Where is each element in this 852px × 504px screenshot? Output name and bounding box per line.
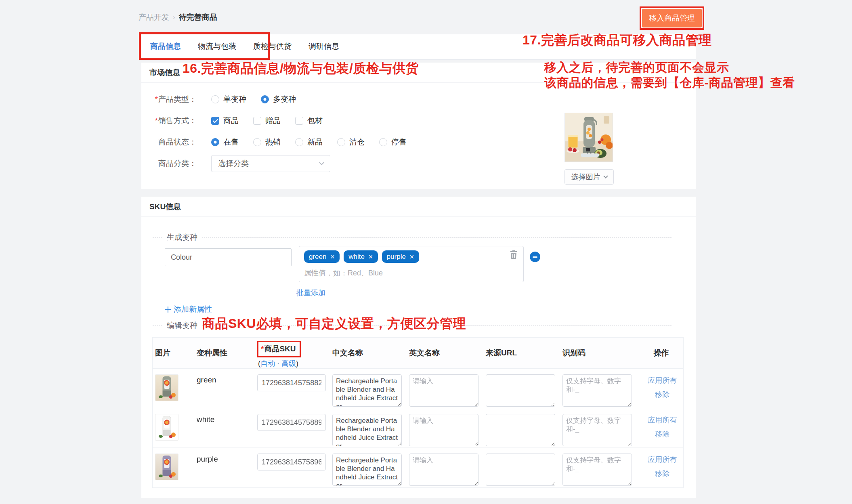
radio-icon[interactable] <box>211 95 219 103</box>
product-type-label: 产品类型： <box>158 95 197 103</box>
remove-value-icon[interactable]: ✕ <box>409 254 414 260</box>
radio-option-multi-variant[interactable]: 多变种 <box>261 94 296 105</box>
breadcrumb: 产品开发 › 待完善商品 <box>139 12 217 23</box>
variant-thumbnail <box>155 454 178 480</box>
tab-logistics-packaging[interactable]: 物流与包装 <box>195 34 239 59</box>
variant-table: 图片 变种属性 *商品SKU (自动 · 高级) 中文名称 英文名称 来源URL… <box>152 337 684 488</box>
checkbox-icon[interactable] <box>295 117 303 125</box>
radio-icon[interactable] <box>337 138 345 146</box>
attribute-value-placeholder: 属性值，如：Red、Blue <box>304 268 518 278</box>
product-media: 选择图片 <box>565 113 614 185</box>
apply-all-link[interactable]: 应用所有 <box>648 376 677 385</box>
variant-attr-cell: green <box>194 369 255 408</box>
generate-variant-label: 生成变种 <box>167 232 197 243</box>
operation-cell: 应用所有 移除 <box>639 448 683 487</box>
apply-all-link[interactable]: 应用所有 <box>648 415 677 425</box>
chevron-down-icon <box>603 174 608 178</box>
col-variant-attr: 变种属性 <box>194 338 255 368</box>
page: 产品开发 › 待完善商品 移入商品管理 17.完善后改商品可移入商品管理 移入之… <box>0 0 852 504</box>
cn-name-textarea[interactable]: Rechargeable Portable Blender and Handhe… <box>332 374 402 407</box>
sku-info-title: SKU信息 <box>141 197 696 217</box>
edit-variant-label: 编辑变种 <box>167 320 197 331</box>
checkbox-icon[interactable] <box>253 117 261 125</box>
attribute-name-input[interactable] <box>165 248 292 266</box>
attribute-values-box[interactable]: green ✕ white ✕ purple ✕ 属性值，如：Red、Blue <box>299 246 524 282</box>
sku-advanced-link[interactable]: 高级 <box>281 359 296 368</box>
batch-add-link[interactable]: 批量添加 <box>296 288 325 298</box>
sale-mode-label: 销售方式： <box>158 116 197 125</box>
sku-auto-link[interactable]: 自动 <box>260 359 275 368</box>
annotation-17-note-line1: 移入之后，待完善的页面不会显示 <box>544 60 795 75</box>
radio-option-stopped[interactable]: 停售 <box>379 137 407 147</box>
radio-option-hot[interactable]: 热销 <box>253 137 281 147</box>
radio-option-onsale[interactable]: 在售 <box>211 137 239 147</box>
attribute-value-tag: green ✕ <box>304 250 340 263</box>
apply-all-link[interactable]: 应用所有 <box>648 455 677 464</box>
radio-icon[interactable] <box>261 95 269 103</box>
source-url-textarea[interactable] <box>486 414 555 446</box>
radio-icon[interactable] <box>379 138 387 146</box>
breadcrumb-current: 待完善商品 <box>179 12 217 23</box>
sku-input[interactable] <box>257 414 326 431</box>
en-name-textarea[interactable] <box>409 414 478 446</box>
trash-icon[interactable] <box>510 250 518 261</box>
variant-image-cell <box>153 369 194 408</box>
radio-option-new[interactable]: 新品 <box>295 137 323 147</box>
remove-link[interactable]: 移除 <box>655 429 670 439</box>
col-identify-code: 识别码 <box>560 338 639 368</box>
sku-input[interactable] <box>257 454 326 470</box>
tab-product-info[interactable]: 商品信息 <box>148 34 183 59</box>
col-image: 图片 <box>153 338 194 368</box>
cn-name-textarea[interactable]: Rechargeable Portable Blender and Handhe… <box>332 414 402 446</box>
select-image-button[interactable]: 选择图片 <box>565 169 614 185</box>
source-url-textarea[interactable] <box>486 454 555 486</box>
required-asterisk: * <box>155 116 158 125</box>
breadcrumb-separator-icon: › <box>173 13 175 21</box>
remove-link[interactable]: 移除 <box>655 469 670 479</box>
en-name-textarea[interactable] <box>409 374 478 407</box>
category-label: 商品分类： <box>141 158 197 169</box>
category-select-value: 选择分类 <box>218 158 249 169</box>
variant-table-header: 图片 变种属性 *商品SKU (自动 · 高级) 中文名称 英文名称 来源URL… <box>153 338 683 369</box>
col-en-name: 英文名称 <box>407 338 483 368</box>
radio-option-clearance[interactable]: 清仓 <box>337 137 365 147</box>
identify-code-textarea[interactable] <box>562 414 632 446</box>
plus-icon <box>165 307 171 313</box>
annotation-17: 17.完善后改商品可移入商品管理 <box>523 32 711 49</box>
tab-research-info[interactable]: 调研信息 <box>306 34 342 59</box>
radio-icon[interactable] <box>253 138 261 146</box>
remove-attribute-icon[interactable] <box>530 252 540 262</box>
checkbox-option-packaging[interactable]: 包材 <box>295 116 323 126</box>
add-attribute-link[interactable]: 添加新属性 <box>165 304 212 315</box>
radio-icon[interactable] <box>211 138 219 146</box>
category-select[interactable]: 选择分类 <box>211 155 330 172</box>
breadcrumb-parent[interactable]: 产品开发 <box>139 12 169 23</box>
operation-cell: 应用所有 移除 <box>639 408 683 448</box>
col-sku: *商品SKU (自动 · 高级) <box>255 338 330 368</box>
checkbox-icon[interactable] <box>211 117 219 125</box>
variant-image-cell <box>153 408 194 448</box>
checkbox-option-goods[interactable]: 商品 <box>211 116 239 126</box>
annotation-sku: 商品SKU必填，可自定义设置，方便区分管理 <box>202 315 466 333</box>
remove-value-icon[interactable]: ✕ <box>330 254 335 260</box>
identify-code-textarea[interactable] <box>562 454 632 486</box>
tab-qc-supply[interactable]: 质检与供货 <box>251 34 294 59</box>
col-operation: 操作 <box>639 338 683 368</box>
chevron-down-icon <box>319 160 324 165</box>
required-asterisk: * <box>155 95 158 103</box>
en-name-textarea[interactable] <box>409 454 478 486</box>
remove-value-icon[interactable]: ✕ <box>368 254 373 260</box>
annotation-16: 16.完善商品信息/物流与包装/质检与供货 <box>183 60 419 78</box>
sku-info-card: SKU信息 生成变种 green ✕ white ✕ purple ✕ 属 <box>141 197 696 498</box>
product-image <box>565 113 613 162</box>
status-label: 商品状态： <box>141 137 197 147</box>
move-to-product-management-button[interactable]: 移入商品管理 <box>642 9 702 27</box>
radio-icon[interactable] <box>295 138 303 146</box>
source-url-textarea[interactable] <box>486 374 555 407</box>
sku-input[interactable] <box>257 374 326 391</box>
identify-code-textarea[interactable] <box>562 374 632 407</box>
cn-name-textarea[interactable]: Rechargeable Portable Blender and Handhe… <box>332 454 402 486</box>
radio-option-single-variant[interactable]: 单变种 <box>211 94 246 105</box>
checkbox-option-gift[interactable]: 赠品 <box>253 116 281 126</box>
remove-link[interactable]: 移除 <box>655 390 670 399</box>
